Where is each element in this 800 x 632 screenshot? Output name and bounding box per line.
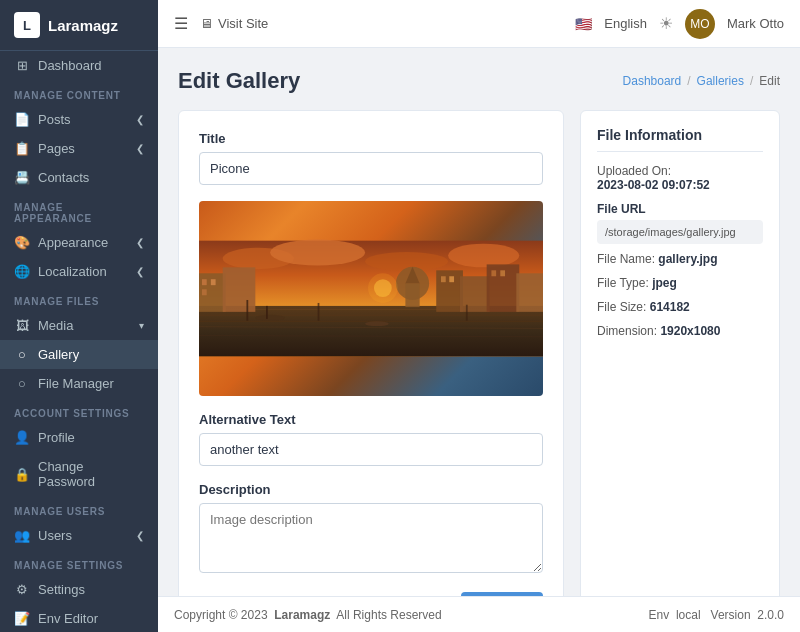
svg-rect-11	[202, 279, 207, 285]
file-size-value: 614182	[650, 300, 690, 314]
language-label[interactable]: English	[604, 16, 647, 31]
sidebar-item-localization[interactable]: 🌐 Localization ❮	[0, 257, 158, 286]
dimension-label: Dimension:	[597, 324, 657, 338]
chevron-icon: ❮	[136, 530, 144, 541]
title-input[interactable]	[199, 152, 543, 185]
topbar-left: ☰ 🖥 Visit Site	[174, 14, 268, 33]
chevron-icon: ❮	[136, 237, 144, 248]
dimension-value: 1920x1080	[660, 324, 720, 338]
sidebar-item-label: Posts	[38, 112, 71, 127]
alt-text-label: Alternative Text	[199, 412, 543, 427]
uploaded-label: Uploaded On:	[597, 164, 671, 178]
main-area: ☰ 🖥 Visit Site 🇺🇸 English ☀ MO Mark Otto…	[158, 0, 800, 632]
sidebar-item-change-password[interactable]: 🔒 Change Password	[0, 452, 158, 496]
svg-rect-32	[466, 305, 468, 321]
page-title: Edit Gallery	[178, 68, 300, 94]
file-size-row: File Size: 614182	[597, 300, 763, 314]
visit-site-link[interactable]: 🖥 Visit Site	[200, 16, 268, 31]
file-name-row: File Name: gallery.jpg	[597, 252, 763, 266]
sidebar: L Laramagz ⊞ Dashboard MANAGE CONTENT 📄 …	[0, 0, 158, 632]
sidebar-item-label: Appearance	[38, 235, 108, 250]
sidebar-item-label: Env Editor	[38, 611, 98, 626]
svg-rect-24	[500, 270, 505, 276]
breadcrumb-dashboard[interactable]: Dashboard	[623, 74, 682, 88]
file-url-label: File URL	[597, 202, 763, 216]
breadcrumb-sep-1: /	[687, 74, 690, 88]
sidebar-item-label: Users	[38, 528, 72, 543]
user-avatar[interactable]: MO	[685, 9, 715, 39]
sidebar-item-posts[interactable]: 📄 Posts ❮	[0, 105, 158, 134]
sidebar-item-label: Gallery	[38, 347, 79, 362]
info-panel: File Information Uploaded On: 2023-08-02…	[580, 110, 780, 596]
svg-rect-12	[211, 279, 216, 285]
svg-rect-31	[318, 303, 320, 321]
breadcrumb-current: Edit	[759, 74, 780, 88]
dashboard-icon: ⊞	[14, 58, 30, 73]
svg-rect-26	[266, 306, 268, 319]
sidebar-item-profile[interactable]: 👤 Profile	[0, 423, 158, 452]
sidebar-item-env-editor[interactable]: 📝 Env Editor	[0, 604, 158, 632]
sidebar-item-contacts[interactable]: 📇 Contacts	[0, 163, 158, 192]
alt-text-input[interactable]	[199, 433, 543, 466]
alt-text-field-group: Alternative Text	[199, 412, 543, 466]
info-panel-title: File Information	[597, 127, 763, 152]
sidebar-section-account: ACCOUNT SETTINGS	[0, 398, 158, 423]
sidebar-item-appearance[interactable]: 🎨 Appearance ❮	[0, 228, 158, 257]
media-icon: 🖼	[14, 318, 30, 333]
sidebar-item-label: Change Password	[38, 459, 144, 489]
sidebar-item-settings[interactable]: ⚙ Settings	[0, 575, 158, 604]
description-field-group: Description	[199, 482, 543, 576]
uploaded-value: 2023-08-02 09:07:52	[597, 178, 710, 192]
footer-version-label: Version	[711, 608, 751, 622]
password-icon: 🔒	[14, 467, 30, 482]
logo-box: L	[14, 12, 40, 38]
sidebar-item-media[interactable]: 🖼 Media ▾	[0, 311, 158, 340]
file-name-label: File Name:	[597, 252, 655, 266]
svg-point-2	[270, 239, 365, 265]
svg-rect-23	[491, 270, 496, 276]
sidebar-item-users[interactable]: 👥 Users ❮	[0, 521, 158, 550]
logo-name: Laramagz	[48, 17, 118, 34]
file-manager-icon: ○	[14, 376, 30, 391]
svg-rect-5	[199, 306, 543, 356]
file-type-row: File Type: jpeg	[597, 276, 763, 290]
flag-icon: 🇺🇸	[575, 16, 592, 32]
sidebar-item-label: Contacts	[38, 170, 89, 185]
page-content: Edit Gallery Dashboard / Galleries / Edi…	[158, 48, 800, 596]
sidebar-section-settings: MANAGE SETTINGS	[0, 550, 158, 575]
appearance-icon: 🎨	[14, 235, 30, 250]
sidebar-item-pages[interactable]: 📋 Pages ❮	[0, 134, 158, 163]
theme-toggle-button[interactable]: ☀	[659, 14, 673, 33]
topbar: ☰ 🖥 Visit Site 🇺🇸 English ☀ MO Mark Otto	[158, 0, 800, 48]
sidebar-item-label: Media	[38, 318, 73, 333]
breadcrumb-sep-2: /	[750, 74, 753, 88]
footer-copyright: Copyright © 2023	[174, 608, 268, 622]
footer-left: Copyright © 2023 Laramagz All Rights Res…	[174, 608, 442, 622]
sidebar-section-users: MANAGE USERS	[0, 496, 158, 521]
sidebar-item-file-manager[interactable]: ○ File Manager	[0, 369, 158, 398]
svg-rect-10	[223, 267, 256, 311]
file-url-value[interactable]: /storage/images/gallery.jpg	[597, 220, 763, 244]
sidebar-item-label: Settings	[38, 582, 85, 597]
file-name-value: gallery.jpg	[658, 252, 717, 266]
hamburger-button[interactable]: ☰	[174, 14, 188, 33]
footer-env-value: local	[676, 608, 701, 622]
sidebar-item-dashboard[interactable]: ⊞ Dashboard	[0, 51, 158, 80]
monitor-icon: 🖥	[200, 16, 213, 31]
file-type-label: File Type:	[597, 276, 649, 290]
uploaded-on-row: Uploaded On: 2023-08-02 09:07:52	[597, 164, 763, 192]
svg-rect-21	[441, 276, 446, 282]
breadcrumb-galleries[interactable]: Galleries	[697, 74, 744, 88]
dimension-row: Dimension: 1920x1080	[597, 324, 763, 338]
title-field-group: Title	[199, 131, 543, 185]
user-name-label: Mark Otto	[727, 16, 784, 31]
description-label: Description	[199, 482, 543, 497]
users-icon: 👥	[14, 528, 30, 543]
description-textarea[interactable]	[199, 503, 543, 573]
gallery-image-preview	[199, 201, 543, 396]
svg-point-4	[448, 244, 519, 268]
topbar-right: 🇺🇸 English ☀ MO Mark Otto	[575, 9, 784, 39]
svg-rect-18	[460, 276, 490, 312]
sidebar-item-gallery[interactable]: ○ Gallery	[0, 340, 158, 369]
page-header-row: Edit Gallery Dashboard / Galleries / Edi…	[178, 68, 780, 94]
